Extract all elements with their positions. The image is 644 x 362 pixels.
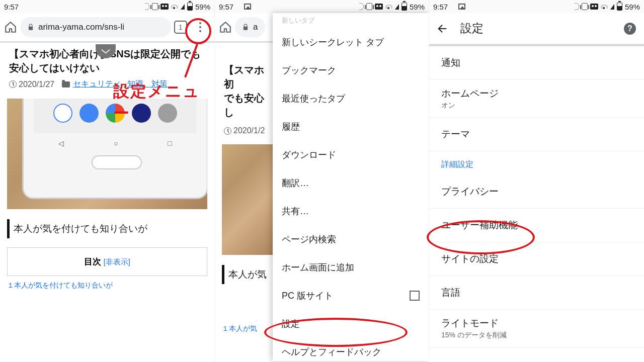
vibrate-icon — [582, 3, 588, 10]
status-time: 9:57 — [433, 3, 448, 11]
url-text: arima-yama.com/sns-li — [38, 22, 124, 32]
screen-browser-page: 9:57 59% arima-yama.com/sns-li 1 【スマホ初心者… — [0, 0, 215, 362]
toc-item[interactable]: １本人が気を付けても知り合いが — [7, 281, 207, 290]
status-bar: 9:57 59% — [429, 0, 644, 13]
settings-title: 設定 — [460, 21, 612, 36]
home-icon[interactable] — [219, 21, 232, 34]
settings-item-language[interactable]: 言語 — [429, 276, 644, 310]
screen-settings: 9:57 59% 設定 ? 通知 ホームページ オン テーマ 詳細設定 プライバ… — [429, 0, 644, 362]
toc-item[interactable]: １本人が気 — [222, 324, 268, 333]
menu-item-downloads[interactable]: ダウンロード — [273, 141, 429, 169]
overflow-menu-button[interactable] — [190, 17, 210, 37]
menu-item-add-home[interactable]: ホーム画面に追加 — [273, 253, 429, 282]
home-icon[interactable] — [4, 21, 17, 34]
status-time: 9:57 — [4, 3, 19, 11]
clock-icon — [224, 127, 231, 135]
battery-text: 59% — [625, 3, 640, 11]
annotation-label: 設定メニュー — [113, 80, 214, 125]
article-subheading: 本人が気 — [222, 265, 275, 284]
vibrate-icon — [152, 3, 158, 10]
battery-text: 59% — [410, 3, 425, 11]
settings-item-privacy[interactable]: プライバシー — [429, 175, 644, 209]
signal-icon — [610, 4, 614, 10]
nfc-icon — [573, 3, 579, 10]
screen-overflow-menu: 9:57 59% a 【スマホ初でも安心し 2020/1/2 本人が気 １本人が… — [215, 0, 429, 362]
menu-item-share[interactable]: 共有… — [273, 197, 429, 225]
wifi-icon — [601, 4, 608, 9]
back-icon[interactable] — [437, 23, 448, 34]
folder-icon — [62, 81, 70, 87]
controller-icon — [160, 4, 169, 10]
menu-item-history[interactable]: 履歴 — [273, 113, 429, 141]
battery-text: 59% — [195, 3, 210, 11]
menu-item-new-tab-cut[interactable]: 新しいタブ — [273, 16, 429, 28]
article-date: 2020/1/27 — [19, 80, 54, 89]
clock-icon — [9, 80, 17, 88]
help-icon[interactable]: ? — [624, 23, 636, 35]
settings-section-advanced: 詳細設定 — [429, 151, 644, 175]
status-bar: 9:57 59% — [215, 0, 429, 13]
screenshot-icon — [458, 4, 465, 10]
settings-item-site[interactable]: サイトの設定 — [429, 242, 644, 276]
url-bar[interactable]: a — [235, 17, 265, 37]
nfc-icon — [143, 3, 149, 10]
settings-list: 通知 ホームページ オン テーマ 詳細設定 プライバシー ユーザー補助機能 サイ… — [429, 46, 644, 347]
article-subheading: 本人が気を付けても知り合いが — [7, 219, 207, 238]
menu-item-help[interactable]: ヘルプとフィードバック — [273, 338, 429, 358]
overflow-menu: 新しいタブ 新しいシークレット タブ ブックマーク 最近使ったタブ 履歴 ダウン… — [273, 13, 429, 361]
menu-item-settings[interactable]: 設定 — [273, 310, 429, 338]
tab-count-button[interactable]: 1 — [174, 21, 187, 34]
settings-item-theme[interactable]: テーマ — [429, 118, 644, 151]
wifi-icon — [385, 4, 392, 9]
signal-icon — [181, 4, 185, 10]
article-title-fragment: 【スマホ初でも安心し — [215, 43, 275, 121]
battery-icon — [401, 3, 407, 11]
toc-label: 目次 — [84, 257, 101, 266]
screenshot-icon — [244, 4, 251, 10]
settings-item-accessibility[interactable]: ユーザー補助機能 — [429, 209, 644, 242]
controller-icon — [375, 4, 383, 10]
url-bar[interactable]: arima-yama.com/sns-li — [20, 17, 171, 37]
settings-appbar: 設定 ? — [429, 13, 644, 44]
menu-item-bookmarks[interactable]: ブックマーク — [273, 56, 429, 84]
browser-toolbar: arima-yama.com/sns-li 1 — [0, 13, 214, 41]
battery-icon — [187, 3, 193, 11]
url-text: a — [253, 22, 258, 32]
vibrate-icon — [366, 3, 372, 10]
settings-item-notifications[interactable]: 通知 — [429, 46, 644, 80]
menu-item-find[interactable]: ページ内検索 — [273, 225, 429, 253]
settings-item-homepage[interactable]: ホームページ オン — [429, 80, 644, 118]
nfc-icon — [358, 3, 364, 10]
menu-item-translate[interactable]: 翻訳… — [273, 169, 429, 197]
battery-icon — [617, 3, 622, 11]
toc-box: 目次 [非表示] — [7, 247, 207, 276]
signal-icon — [395, 4, 399, 10]
menu-item-incognito[interactable]: 新しいシークレット タブ — [273, 28, 429, 56]
settings-item-lite-mode[interactable]: ライトモード 15% のデータを削減 — [429, 310, 644, 347]
checkbox-icon[interactable] — [410, 291, 420, 301]
menu-item-recent-tabs[interactable]: 最近使ったタブ — [273, 84, 429, 113]
article-date: 2020/1/2 — [233, 126, 265, 135]
messages-app-icon — [79, 104, 99, 123]
status-bar: 9:57 59% — [0, 0, 214, 13]
toc-toggle-link[interactable]: [非表示] — [104, 257, 130, 266]
wifi-icon — [171, 4, 178, 9]
lock-icon — [27, 23, 34, 31]
menu-item-desktop-site[interactable]: PC 版サイト — [273, 282, 429, 310]
lock-icon — [242, 23, 249, 31]
controller-icon — [590, 4, 598, 10]
status-time: 9:57 — [219, 3, 233, 11]
phone-app-icon — [53, 104, 72, 123]
